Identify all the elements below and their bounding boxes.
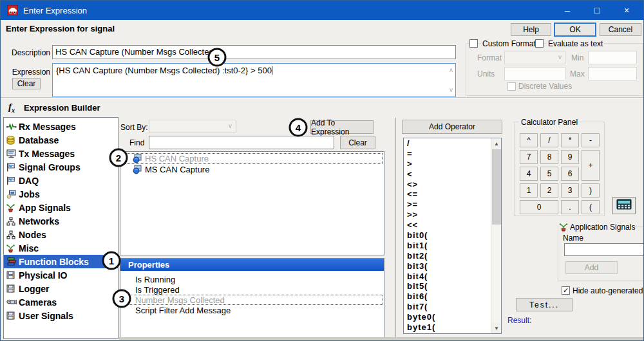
find-input[interactable] [149, 136, 334, 149]
hide-auto-generated-label: Hide auto-generated ite [573, 286, 644, 295]
key-open-paren[interactable]: ( [582, 200, 600, 214]
operator-item[interactable]: = [404, 149, 501, 159]
sidebar-item-networks[interactable]: Networks [4, 214, 118, 228]
sidebar-item-misc[interactable]: Misc [4, 241, 118, 255]
operator-item[interactable]: bit7( [404, 302, 501, 312]
key-1[interactable]: 1 [520, 183, 538, 198]
sidebar-item-logger[interactable]: Logger [4, 282, 118, 295]
property-row-script-filter-add-message[interactable]: Script Filter Add Message [121, 305, 383, 315]
cancel-button[interactable]: Cancel [600, 23, 641, 36]
key-multiply[interactable]: * [561, 133, 579, 147]
window-title: Enter Expression [23, 6, 87, 15]
clear-expression-button[interactable]: Clear [12, 78, 41, 89]
sidebar-item-tx-messages[interactable]: Tx Messages [4, 147, 118, 160]
help-button[interactable]: Help [511, 23, 551, 36]
clear-find-button[interactable]: Clear [340, 136, 375, 149]
operator-item[interactable]: bit1( [404, 241, 501, 251]
dialog-heading: Enter Expression for signal [6, 24, 115, 33]
ok-button[interactable]: OK [554, 23, 596, 37]
database-icon [6, 135, 19, 145]
sidebar-item-rx-messages[interactable]: Rx Messages [4, 120, 118, 133]
vehicle-spy-app-icon [7, 5, 18, 15]
property-row-number-msgs-collected[interactable]: Number Msgs Collected [121, 295, 383, 305]
calculator-icon [616, 199, 632, 212]
custom-format-checkbox[interactable] [469, 39, 478, 48]
plant-icon [6, 243, 19, 253]
sidebar-item-signal-groups[interactable]: Signal Groups [4, 160, 118, 174]
add-operator-button[interactable]: Add Operator [402, 120, 502, 134]
key-plus[interactable]: + [582, 150, 600, 181]
expression-label: Expression [5, 68, 50, 77]
chevron-down-icon: ∨ [558, 53, 562, 60]
list-item-hs-can-capture[interactable]: HS CAN Capture [122, 153, 383, 164]
open-calculator-button[interactable] [612, 197, 636, 214]
operator-item[interactable]: << [404, 220, 501, 230]
separator-line [1, 97, 643, 98]
key-8[interactable]: 8 [540, 150, 558, 164]
operator-item[interactable]: > [404, 159, 501, 169]
annotation-circle-3: 3 [113, 290, 131, 308]
sidebar-item-cameras[interactable]: Cameras [4, 295, 118, 309]
maximize-button[interactable]: □ [582, 1, 612, 20]
application-signals-title: Application Signals [559, 223, 635, 232]
key-dot[interactable]: . [561, 200, 579, 214]
signal-name-input[interactable] [564, 243, 644, 256]
scrollbar-thumb[interactable] [492, 149, 501, 225]
scroll-up-icon[interactable]: ▲ [491, 138, 502, 149]
key-5[interactable]: 5 [540, 167, 558, 181]
operator-item[interactable]: >= [404, 199, 501, 210]
window-bottom-edge [119, 337, 644, 340]
list-item-ms-can-capture[interactable]: MS CAN Capture [122, 164, 383, 175]
operator-item[interactable]: <= [404, 189, 501, 199]
calculator-panel-title: Calculator Panel [519, 118, 580, 127]
property-row-is-running[interactable]: Is Running [121, 274, 383, 284]
operator-item[interactable]: byte1( [404, 322, 501, 333]
sidebar-item-function-blocks[interactable]: Function Blocks [4, 255, 118, 268]
min-label: Min [571, 53, 583, 62]
key-3[interactable]: 3 [561, 183, 579, 198]
hide-auto-generated-checkbox[interactable]: ✓ [562, 286, 570, 295]
sidebar-item-daq[interactable]: DAQ [4, 174, 118, 187]
scroll-up-icon[interactable]: ∧ [449, 65, 453, 75]
scroll-down-icon[interactable]: ∨ [449, 85, 453, 95]
disk-icon [6, 270, 19, 280]
key-caret[interactable]: ^ [520, 133, 538, 147]
operator-item[interactable]: bit4( [404, 272, 501, 282]
key-minus[interactable]: - [582, 133, 600, 147]
sidebar-item-user-signals[interactable]: User Signals [4, 309, 118, 322]
sidebar-item-nodes[interactable]: Nodes [4, 228, 118, 241]
sidebar-item-database[interactable]: Database [4, 133, 118, 147]
key-divide[interactable]: / [540, 133, 558, 147]
scroll-down-icon[interactable]: ▼ [491, 323, 502, 333]
operator-item[interactable]: < [404, 169, 501, 180]
key-0[interactable]: 0 [520, 200, 558, 214]
operator-item[interactable]: byte0( [404, 312, 501, 322]
operator-item[interactable]: bit3( [404, 261, 501, 272]
operator-item[interactable]: bit6( [404, 291, 501, 302]
key-close-paren[interactable]: ) [582, 183, 600, 198]
property-row-is-triggered[interactable]: Is Triggered [121, 284, 383, 295]
operator-item[interactable]: / [404, 138, 501, 149]
sidebar-item-app-signals[interactable]: App Signals [4, 201, 118, 214]
sidebar-item-jobs[interactable]: Jobs [4, 187, 118, 201]
operator-scrollbar[interactable]: ▲ ▼ [491, 138, 501, 333]
operator-item[interactable]: bit5( [404, 281, 501, 291]
add-to-expression-button[interactable]: Add To Expression [310, 120, 374, 134]
operator-item[interactable]: bit0( [404, 230, 501, 241]
sidebar-item-physical-io[interactable]: Physical IO [4, 268, 118, 282]
key-4[interactable]: 4 [520, 167, 538, 181]
close-button[interactable]: × [612, 1, 641, 20]
description-input[interactable]: HS CAN Capture (Number Msgs Collected) [52, 45, 456, 59]
operator-item[interactable]: >> [404, 210, 501, 220]
expression-input[interactable]: {HS CAN Capture (Number Msgs Collected) … [52, 63, 456, 97]
key-7[interactable]: 7 [520, 150, 538, 164]
minimize-button[interactable]: – [553, 1, 582, 20]
operator-item[interactable]: <> [404, 180, 501, 190]
key-2[interactable]: 2 [540, 183, 558, 198]
evaluate-as-text-checkbox[interactable] [535, 39, 544, 48]
key-6[interactable]: 6 [561, 167, 579, 181]
key-9[interactable]: 9 [561, 150, 579, 164]
test-button[interactable]: Test... [516, 298, 573, 311]
operator-item[interactable]: bit2( [404, 251, 501, 261]
disk-icon [6, 284, 19, 293]
